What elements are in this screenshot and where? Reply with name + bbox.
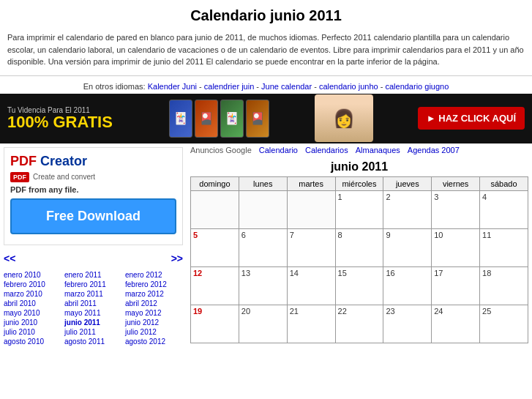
cal-day-15: 15 bbox=[335, 266, 383, 305]
cal-day-12: 12 bbox=[191, 266, 239, 305]
year-links-section: << >> enero 2010 febrero 2010 marzo 2010… bbox=[4, 251, 183, 346]
year-link-mar-2012[interactable]: marzo 2012 bbox=[125, 289, 183, 299]
year-link-apr-2011[interactable]: abril 2011 bbox=[64, 299, 122, 308]
pdf-icon: PDF bbox=[10, 172, 29, 182]
lang-link-5[interactable]: calendario giugno bbox=[385, 82, 449, 91]
cal-day-11: 11 bbox=[480, 228, 528, 266]
cal-day-21: 21 bbox=[287, 305, 335, 343]
cal-day-19: 19 bbox=[191, 305, 239, 343]
pdf-ad-subtitle-row: PDF Create and convert bbox=[10, 172, 176, 182]
cal-header-sabado: sábado bbox=[480, 176, 528, 190]
cal-header-domingo: domingo bbox=[191, 176, 239, 190]
lang-link-4[interactable]: calendario junho bbox=[319, 82, 378, 91]
card-2: 🎴 bbox=[195, 100, 218, 138]
other-languages-label: En otros idiomas: bbox=[83, 82, 146, 91]
year-link-jan-2012[interactable]: enero 2012 bbox=[125, 270, 183, 280]
cal-day-23: 23 bbox=[383, 305, 432, 343]
calendar-table: domingo lunes martes miércoles jueves vi… bbox=[190, 176, 528, 343]
banner-cards: 🃏 🎴 🃏 🎴 bbox=[169, 100, 269, 138]
pdf-title-blue: Creator bbox=[37, 154, 87, 168]
year-link-jan-2010[interactable]: enero 2010 bbox=[4, 270, 61, 280]
ad-link-calendarios[interactable]: Calendarios bbox=[305, 146, 348, 154]
next-arrow[interactable]: >> bbox=[171, 253, 183, 264]
cal-week-3: 12 13 14 15 16 17 18 bbox=[191, 266, 528, 305]
cal-day-6: 6 bbox=[239, 228, 287, 266]
cal-day-10: 10 bbox=[432, 228, 480, 266]
pdf-ad: PDF Creator PDF Create and convert PDF f… bbox=[4, 147, 183, 245]
cal-day-20: 20 bbox=[239, 305, 287, 343]
ad-link-calendario[interactable]: Calendario bbox=[259, 146, 298, 154]
year-link-apr-2010[interactable]: abril 2010 bbox=[4, 299, 61, 308]
ad-link-agendas[interactable]: Agendas 2007 bbox=[408, 146, 460, 154]
cal-header-martes: martes bbox=[287, 176, 335, 190]
banner-person: 👩 bbox=[315, 94, 373, 142]
calendar-title: junio 2011 bbox=[190, 157, 528, 176]
left-sidebar: PDF Creator PDF Create and convert PDF f… bbox=[0, 143, 187, 350]
year-link-jun-2011[interactable]: junio 2011 bbox=[64, 318, 122, 327]
pdf-ad-title: PDF Creator bbox=[10, 154, 176, 169]
year-link-mar-2011[interactable]: marzo 2011 bbox=[64, 289, 122, 299]
year-link-feb-2010[interactable]: febrero 2010 bbox=[4, 280, 61, 289]
lang-link-3[interactable]: June calendar bbox=[261, 82, 312, 91]
cal-day-7: 7 bbox=[287, 228, 335, 266]
cal-day-8: 8 bbox=[335, 228, 383, 266]
cal-day-18: 18 bbox=[480, 266, 528, 305]
lang-link-1[interactable]: Kalender Juni bbox=[148, 82, 197, 91]
year-link-feb-2011[interactable]: febrero 2011 bbox=[64, 280, 122, 289]
cal-day-22: 22 bbox=[335, 305, 383, 343]
cal-week-1: 1 2 3 4 bbox=[191, 190, 528, 228]
year-col-3: enero 2012 febrero 2012 marzo 2012 abril… bbox=[125, 270, 183, 346]
cal-day-14: 14 bbox=[287, 266, 335, 305]
pdf-title-red: PDF bbox=[10, 154, 37, 168]
cal-day-empty-2 bbox=[239, 190, 287, 228]
nav-arrows: << >> bbox=[4, 251, 183, 266]
cal-day-2: 2 bbox=[383, 190, 432, 228]
year-link-aug-2010[interactable]: agosto 2010 bbox=[4, 337, 61, 346]
cal-header-lunes: lunes bbox=[239, 176, 287, 190]
cal-day-3: 3 bbox=[432, 190, 480, 228]
year-link-mar-2010[interactable]: marzo 2010 bbox=[4, 289, 61, 299]
cal-day-4: 4 bbox=[480, 190, 528, 228]
year-link-aug-2012[interactable]: agosto 2012 bbox=[125, 337, 183, 346]
banner-big-text: 100% GRATIS bbox=[7, 114, 124, 130]
year-link-jun-2012[interactable]: junio 2012 bbox=[125, 318, 183, 327]
year-link-may-2011[interactable]: mayo 2011 bbox=[64, 308, 122, 318]
prev-arrow[interactable]: << bbox=[4, 253, 15, 264]
year-link-may-2010[interactable]: mayo 2010 bbox=[4, 308, 61, 318]
ad-link-almanaques[interactable]: Almanaques bbox=[356, 146, 400, 154]
year-link-jul-2012[interactable]: julio 2012 bbox=[125, 327, 183, 337]
free-download-button[interactable]: Free Download bbox=[10, 198, 176, 234]
card-4: 🎴 bbox=[246, 100, 269, 138]
cal-header-jueves: jueves bbox=[383, 176, 432, 190]
cal-day-25: 25 bbox=[480, 305, 528, 343]
pdf-ad-desc: PDF from any file. bbox=[10, 185, 176, 194]
cal-week-2: 5 6 7 8 9 10 11 bbox=[191, 228, 528, 266]
lang-link-2[interactable]: calendrier juin bbox=[204, 82, 254, 91]
cal-day-empty-3 bbox=[287, 190, 335, 228]
right-content: Anuncios Google Calendario Calendarios A… bbox=[187, 143, 532, 350]
year-link-jul-2010[interactable]: julio 2010 bbox=[4, 327, 61, 337]
cal-day-9: 9 bbox=[383, 228, 432, 266]
other-languages: En otros idiomas: Kalender Juni - calend… bbox=[0, 79, 532, 94]
year-col-1: enero 2010 febrero 2010 marzo 2010 abril… bbox=[4, 270, 61, 346]
ad-row: Anuncios Google Calendario Calendarios A… bbox=[190, 143, 528, 157]
year-links-grid: enero 2010 febrero 2010 marzo 2010 abril… bbox=[4, 270, 183, 346]
cal-header-viernes: viernes bbox=[432, 176, 480, 190]
cal-week-4: 19 20 21 22 23 24 25 bbox=[191, 305, 528, 343]
year-link-jun-2010[interactable]: junio 2010 bbox=[4, 318, 61, 327]
pdf-subtitle-text: Create and convert bbox=[33, 173, 95, 181]
year-link-apr-2012[interactable]: abril 2012 bbox=[125, 299, 183, 308]
banner-cta[interactable]: ► HAZ CLICK AQUÍ bbox=[418, 107, 525, 130]
cal-header-miercoles: miércoles bbox=[335, 176, 383, 190]
year-link-jan-2011[interactable]: enero 2011 bbox=[64, 270, 122, 280]
card-3: 🃏 bbox=[220, 100, 244, 138]
year-link-jul-2011[interactable]: julio 2011 bbox=[64, 327, 122, 337]
year-link-aug-2011[interactable]: agosto 2011 bbox=[64, 337, 122, 346]
cal-day-24: 24 bbox=[432, 305, 480, 343]
year-link-feb-2012[interactable]: febrero 2012 bbox=[125, 280, 183, 289]
cal-day-5: 5 bbox=[191, 228, 239, 266]
ad-label: Anuncios Google bbox=[190, 146, 252, 154]
banner: Tu Videncia Para El 2011 100% GRATIS 🃏 🎴… bbox=[0, 94, 532, 143]
year-col-2: enero 2011 febrero 2011 marzo 2011 abril… bbox=[64, 270, 122, 346]
year-link-may-2012[interactable]: mayo 2012 bbox=[125, 308, 183, 318]
